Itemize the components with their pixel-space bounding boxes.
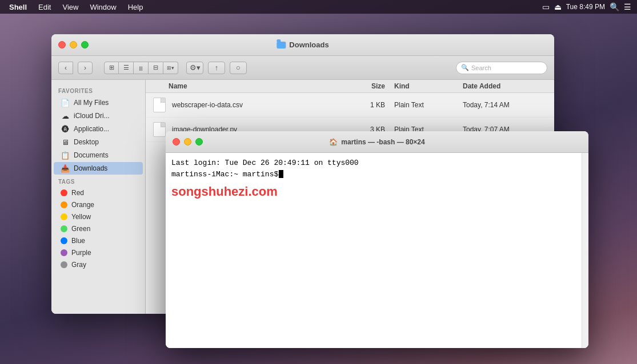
terminal-maximize-button[interactable] bbox=[195, 138, 203, 145]
forward-button[interactable]: › bbox=[78, 62, 93, 74]
action-button[interactable]: ⚙▾ bbox=[186, 62, 203, 74]
table-row[interactable]: webscraper-io-data.csv 1 KB Plain Text T… bbox=[146, 93, 554, 118]
menubar-left: Shell Edit View Window Help bbox=[0, 2, 147, 13]
file-name-csv: webscraper-io-data.csv bbox=[169, 101, 348, 109]
menubar-item-view[interactable]: View bbox=[58, 2, 83, 13]
terminal-minimize-button[interactable] bbox=[184, 138, 191, 145]
downloads-icon: 📥 bbox=[61, 164, 70, 173]
list-icon[interactable]: ☰ bbox=[624, 2, 631, 11]
clock: Tue 8:49 PM bbox=[566, 3, 605, 11]
sidebar-item-desktop[interactable]: 🖥 Desktop bbox=[54, 136, 143, 148]
coverflow-view-button[interactable]: ⊟ bbox=[149, 62, 163, 74]
col-date-header[interactable]: Date Added bbox=[463, 82, 554, 90]
all-my-files-icon: 📄 bbox=[61, 98, 70, 107]
finder-titlebar: Downloads bbox=[51, 34, 554, 56]
traffic-lights bbox=[58, 41, 89, 48]
desktop-icon: 🖥 bbox=[61, 137, 70, 147]
csv-doc-icon bbox=[153, 98, 166, 112]
tag-yellow-dot bbox=[61, 213, 67, 220]
desktop-label: Desktop bbox=[74, 138, 99, 146]
display-icon[interactable]: ▭ bbox=[542, 2, 550, 11]
downloads-label: Downloads bbox=[74, 164, 107, 172]
menubar-right: ▭ ⏏ Tue 8:49 PM 🔍 ☰ bbox=[542, 2, 637, 11]
favorites-label: Favorites bbox=[51, 84, 145, 96]
col-name-header[interactable]: Name bbox=[146, 82, 348, 90]
sidebar-item-tag-orange[interactable]: Orange bbox=[54, 199, 143, 211]
py-doc-icon bbox=[153, 122, 166, 137]
file-size-csv: 1 KB bbox=[348, 101, 394, 109]
search-icon[interactable]: 🔍 bbox=[610, 2, 619, 11]
eject-icon[interactable]: ⏏ bbox=[554, 2, 562, 11]
terminal-titlebar: 🏠 martins — -bash — 80×24 bbox=[166, 131, 588, 153]
sidebar-item-tag-blue[interactable]: Blue bbox=[54, 235, 143, 246]
menubar-item-edit[interactable]: Edit bbox=[34, 2, 55, 13]
watermark: songshuhezi.com bbox=[171, 182, 583, 201]
finder-toolbar: ‹ › ⊞ ☰ ⫼ ⊟ ⊞▾ ⚙▾ ↑ ○ 🔍 Search bbox=[51, 56, 554, 80]
col-kind-header[interactable]: Kind bbox=[394, 82, 463, 90]
tag-yellow-label: Yellow bbox=[71, 213, 91, 221]
terminal-close-button[interactable] bbox=[173, 138, 180, 145]
tag-gray-dot bbox=[61, 261, 67, 268]
applications-icon: 🅐 bbox=[61, 124, 70, 134]
terminal-lock-icon: 🏠 bbox=[329, 138, 338, 146]
col-size-header[interactable]: Size bbox=[348, 82, 394, 90]
terminal-title: 🏠 martins — -bash — 80×24 bbox=[329, 138, 424, 146]
sidebar-item-icloud[interactable]: ☁ iCloud Dri... bbox=[54, 110, 143, 122]
minimize-button[interactable] bbox=[70, 41, 77, 48]
sidebar-item-tag-green[interactable]: Green bbox=[54, 223, 143, 234]
filelist-header: Name Size Kind Date Added bbox=[146, 80, 554, 93]
file-icon-csv bbox=[150, 96, 169, 114]
share-button[interactable]: ↑ bbox=[208, 62, 225, 74]
file-date-csv: Today, 7:14 AM bbox=[463, 101, 554, 109]
maximize-button[interactable] bbox=[81, 41, 89, 48]
tag-blue-label: Blue bbox=[71, 237, 85, 245]
finder-title: Downloads bbox=[277, 41, 328, 49]
tag-purple-dot bbox=[61, 249, 67, 256]
sidebar-item-tag-purple[interactable]: Purple bbox=[54, 247, 143, 258]
finder-sidebar: Favorites 📄 All My Files ☁ iCloud Dri...… bbox=[51, 80, 146, 314]
tags-label: Tags bbox=[51, 175, 145, 187]
terminal-traffic-lights bbox=[173, 138, 203, 145]
view-options-button[interactable]: ⊞▾ bbox=[163, 62, 178, 74]
menubar-item-window[interactable]: Window bbox=[85, 2, 121, 13]
view-buttons: ⊞ ☰ ⫼ ⊟ ⊞▾ bbox=[104, 62, 178, 74]
sidebar-item-downloads[interactable]: 📥 Downloads bbox=[54, 162, 143, 175]
sidebar-item-all-my-files[interactable]: 📄 All My Files bbox=[54, 96, 143, 109]
column-view-button[interactable]: ⫼ bbox=[134, 62, 149, 74]
tag-orange-dot bbox=[61, 201, 67, 208]
terminal-scrollbar[interactable] bbox=[582, 153, 588, 348]
close-button[interactable] bbox=[58, 41, 66, 48]
documents-icon: 📋 bbox=[61, 151, 70, 160]
menubar-item-help[interactable]: Help bbox=[123, 2, 148, 13]
applications-label: Applicatio... bbox=[74, 125, 109, 133]
terminal-line-1: Last login: Tue Dec 26 20:49:11 on ttys0… bbox=[171, 157, 583, 169]
tag-gray-label: Gray bbox=[71, 261, 86, 269]
search-box[interactable]: 🔍 Search bbox=[456, 62, 547, 74]
tag-green-dot bbox=[61, 225, 67, 232]
sidebar-item-tag-gray[interactable]: Gray bbox=[54, 259, 143, 270]
icloud-icon: ☁ bbox=[61, 111, 70, 120]
sidebar-item-applications[interactable]: 🅐 Applicatio... bbox=[54, 123, 143, 135]
tag-red-label: Red bbox=[71, 189, 84, 197]
sidebar-item-documents[interactable]: 📋 Documents bbox=[54, 149, 143, 161]
icon-view-button[interactable]: ⊞ bbox=[104, 62, 119, 74]
tag-blue-dot bbox=[61, 237, 67, 244]
search-icon-finder: 🔍 bbox=[461, 64, 469, 71]
tag-button[interactable]: ○ bbox=[230, 62, 247, 74]
list-view-button[interactable]: ☰ bbox=[119, 62, 134, 74]
documents-label: Documents bbox=[74, 151, 109, 159]
all-my-files-label: All My Files bbox=[74, 99, 109, 107]
file-kind-csv: Plain Text bbox=[394, 101, 463, 109]
tag-purple-label: Purple bbox=[71, 249, 91, 257]
menubar-item-shell[interactable]: Shell bbox=[5, 2, 31, 13]
terminal-title-text: martins — -bash — 80×24 bbox=[341, 138, 424, 146]
search-placeholder: Search bbox=[471, 64, 491, 71]
tag-green-label: Green bbox=[71, 225, 90, 233]
sidebar-item-tag-red[interactable]: Red bbox=[54, 187, 143, 199]
tag-red-dot bbox=[61, 189, 67, 196]
terminal-window: 🏠 martins — -bash — 80×24 Last login: Tu… bbox=[166, 131, 588, 348]
terminal-cursor bbox=[279, 170, 283, 178]
back-button[interactable]: ‹ bbox=[58, 62, 73, 74]
terminal-body[interactable]: Last login: Tue Dec 26 20:49:11 on ttys0… bbox=[166, 153, 588, 348]
sidebar-item-tag-yellow[interactable]: Yellow bbox=[54, 211, 143, 223]
